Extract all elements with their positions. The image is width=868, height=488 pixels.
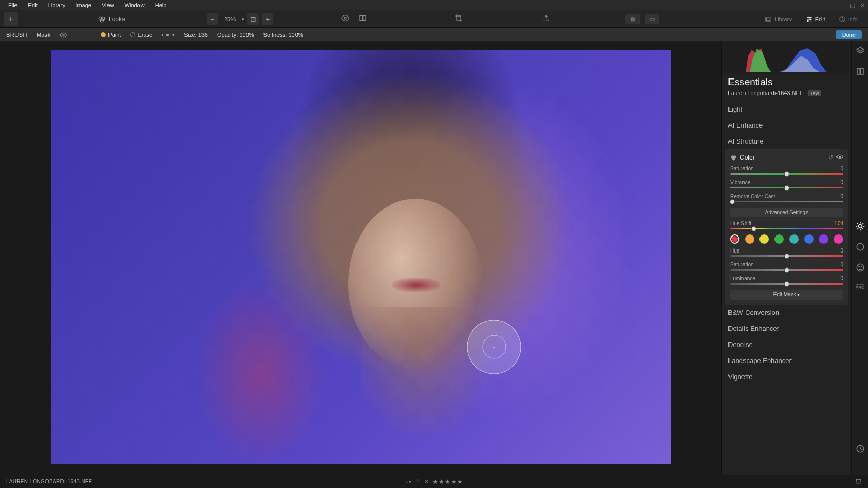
- essentials-tool-icon[interactable]: [855, 221, 865, 231]
- section-ai-enhance[interactable]: AI Enhance: [722, 117, 851, 133]
- brush-opacity[interactable]: Opacity: 100%: [217, 32, 254, 38]
- reset-icon[interactable]: ↺: [828, 154, 833, 161]
- brush-size-preset-dots[interactable]: ▾: [162, 32, 175, 37]
- paint-radio[interactable]: Paint: [101, 32, 121, 38]
- single-view-icon[interactable]: ▭: [645, 14, 659, 24]
- histogram[interactable]: [722, 41, 851, 73]
- advanced-settings-button[interactable]: Advanced Settings: [730, 208, 843, 217]
- menu-file[interactable]: File: [3, 1, 23, 9]
- maximize-window-icon[interactable]: ▢: [850, 2, 855, 9]
- section-landscape-enhancer[interactable]: Landscape Enhancer: [722, 353, 851, 369]
- menu-view[interactable]: View: [97, 1, 119, 9]
- add-button[interactable]: +: [4, 12, 18, 26]
- preview-eye-icon[interactable]: [341, 14, 349, 24]
- tab-edit-label: Edit: [815, 16, 825, 22]
- panel-visibility-icon[interactable]: [836, 153, 843, 162]
- creative-tool-icon[interactable]: [855, 242, 865, 252]
- zoom-in-button[interactable]: +: [262, 13, 273, 25]
- tab-edit[interactable]: Edit: [799, 13, 831, 25]
- zoom-out-button[interactable]: −: [207, 13, 218, 25]
- vibrance-label: Vibrance: [730, 180, 750, 185]
- canvas-icon[interactable]: [855, 66, 865, 76]
- swatch-red[interactable]: [730, 234, 739, 244]
- svg-point-21: [839, 156, 840, 157]
- reject-icon[interactable]: ✕: [424, 479, 428, 484]
- pro-tool-icon[interactable]: PRO: [855, 283, 865, 293]
- portrait-tool-icon[interactable]: [855, 262, 865, 273]
- compare-icon[interactable]: [359, 14, 367, 24]
- hue-shift-slider[interactable]: [730, 228, 843, 229]
- remove-color-cast-slider[interactable]: [730, 201, 843, 202]
- menu-help[interactable]: Help: [150, 1, 172, 9]
- svg-point-25: [858, 225, 862, 228]
- swatch-blue[interactable]: [804, 234, 814, 244]
- color-tag-icon[interactable]: ○▾: [405, 479, 411, 484]
- zoom-fit-button[interactable]: ⊡: [247, 13, 259, 25]
- crop-icon[interactable]: [455, 14, 463, 24]
- vibrance-slider[interactable]: [730, 187, 843, 188]
- swatch-purple[interactable]: [819, 234, 828, 244]
- history-icon[interactable]: [855, 444, 865, 454]
- erase-label: Erase: [137, 32, 152, 38]
- swatch-magenta[interactable]: [834, 234, 843, 244]
- menu-library[interactable]: Library: [43, 1, 71, 9]
- luminance-slider[interactable]: [730, 283, 843, 285]
- done-button[interactable]: Done: [836, 30, 862, 39]
- brush-softness[interactable]: Softness: 100%: [264, 32, 303, 38]
- layers-icon[interactable]: [855, 45, 865, 56]
- close-window-icon[interactable]: ✕: [860, 2, 865, 9]
- section-vignette[interactable]: Vignette: [722, 369, 851, 385]
- section-denoise[interactable]: Denoise: [722, 337, 851, 353]
- star-1[interactable]: ★: [432, 478, 438, 485]
- color-swatches: [730, 234, 843, 244]
- menu-window[interactable]: Window: [119, 1, 150, 9]
- export-icon[interactable]: [542, 14, 550, 23]
- swatch-orange[interactable]: [745, 234, 754, 244]
- svg-point-13: [807, 20, 808, 21]
- toolbar: + Looks − 25% ▾ ⊡ + ▦ ▭ Library Edit Inf…: [0, 10, 868, 28]
- svg-line-33: [862, 223, 863, 224]
- swatch-green[interactable]: [774, 234, 784, 244]
- hue-shift-label: Hue Shift: [730, 221, 751, 226]
- menu-edit[interactable]: Edit: [23, 1, 43, 9]
- menu-image[interactable]: Image: [70, 1, 97, 9]
- section-details-enhancer[interactable]: Details Enhancer: [722, 321, 851, 337]
- mask-label[interactable]: Mask: [37, 32, 50, 38]
- raw-badge: RAW: [808, 90, 822, 96]
- looks-button[interactable]: Looks: [98, 15, 125, 23]
- edit-mask-button[interactable]: Edit Mask ▾: [730, 290, 843, 300]
- saturation2-label: Saturation: [730, 262, 754, 267]
- swatch-cyan[interactable]: [789, 234, 799, 244]
- section-bw-conversion[interactable]: B&W Conversion: [722, 305, 851, 321]
- saturation2-slider[interactable]: [730, 269, 843, 271]
- minimize-window-icon[interactable]: —: [839, 2, 845, 9]
- erase-radio[interactable]: Erase: [130, 32, 152, 38]
- star-3[interactable]: ★: [445, 478, 451, 485]
- star-2[interactable]: ★: [439, 478, 444, 485]
- brush-size[interactable]: Size: 136: [184, 32, 208, 38]
- color-panel-title[interactable]: Color: [740, 154, 825, 161]
- canvas-area[interactable]: [0, 41, 721, 475]
- section-light[interactable]: Light: [722, 101, 851, 117]
- favorite-heart-icon[interactable]: ♡: [415, 479, 420, 484]
- swatch-yellow[interactable]: [760, 234, 769, 244]
- photo-preview[interactable]: [51, 50, 671, 464]
- panel-filename: Lauren Longobardi-1643.NEF: [728, 90, 803, 96]
- saturation-value: 0: [840, 166, 843, 171]
- section-ai-structure[interactable]: AI Structure: [722, 133, 851, 149]
- brush-tool-title: BRUSH: [6, 32, 27, 38]
- trash-icon[interactable]: [855, 478, 862, 485]
- grid-view-icon[interactable]: ▦: [625, 14, 640, 24]
- mask-visibility-icon[interactable]: [59, 31, 67, 38]
- star-4[interactable]: ★: [451, 478, 457, 485]
- luminance-label: Luminance: [730, 276, 755, 281]
- star-5[interactable]: ★: [457, 478, 463, 485]
- saturation-slider[interactable]: [730, 173, 843, 175]
- zoom-dropdown-icon[interactable]: ▾: [242, 17, 244, 22]
- rating-stars[interactable]: ★ ★ ★ ★ ★: [432, 478, 463, 485]
- panel-title: Essentials: [728, 76, 845, 88]
- tab-info[interactable]: Info: [832, 13, 864, 25]
- tab-library[interactable]: Library: [758, 13, 798, 25]
- zoom-value[interactable]: 25%: [221, 16, 239, 22]
- hue-slider[interactable]: [730, 255, 843, 257]
